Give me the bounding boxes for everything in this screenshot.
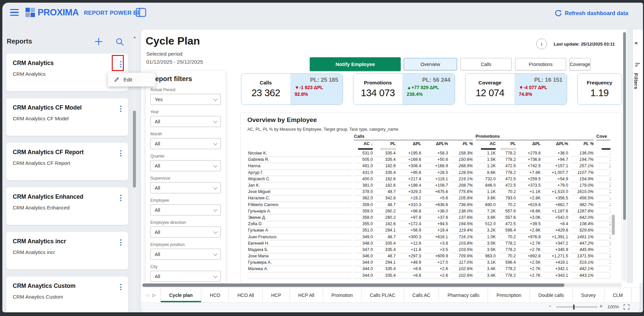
sheet-tab[interactable]: Calls AC (404, 288, 439, 302)
report-menu-icon[interactable] (119, 239, 122, 246)
column-header[interactable]: ΔPL% (543, 141, 568, 146)
view-tab[interactable]: Coverage (569, 58, 591, 70)
table-vertical-scrollbar[interactable] (612, 215, 615, 235)
filter-dropdown[interactable]: All (150, 249, 221, 260)
column-header[interactable]: PL % (451, 141, 473, 146)
refresh-dashboard-button[interactable]: Refresh dashboard data (554, 9, 628, 17)
chevron-down-icon (213, 230, 218, 234)
table-row[interactable]: Zofia D. 355.0182.6+172.4+94.5194.5%512.… (247, 221, 610, 227)
zoom-slider-thumb[interactable] (573, 305, 575, 310)
column-header[interactable]: PL % (571, 141, 594, 146)
kpi-card: Calls 23 362 PL: 25 185 ▼-1 823 ΔPL 92.8… (241, 73, 343, 105)
sheet-tab[interactable]: Double calls (530, 288, 573, 302)
zoom-in-button[interactable]: + (599, 303, 603, 310)
column-header[interactable]: ΔPL% (424, 141, 448, 146)
table-cell: +157.1 (543, 163, 568, 170)
filter-dropdown[interactable]: All (150, 204, 221, 215)
report-menu-icon[interactable] (119, 149, 122, 157)
table-row[interactable]: Hanna 491.0182.6+308.4+168.9268.9%1.2K47… (247, 163, 610, 169)
filter-dropdown[interactable]: All (150, 138, 221, 149)
report-card[interactable]: CRM Analytics Enhanced CRM Analytics Enh… (6, 187, 128, 225)
sheet-tab[interactable]: HCP All (290, 288, 323, 302)
table-row[interactable]: Евгений Н. 348.0335.4+12.6+3.8103.8%3.5K… (247, 240, 610, 247)
table-cell: 335.4 (376, 150, 396, 157)
table-row[interactable]: Juan Francisco 349.048.7+300.3+616.1716.… (247, 234, 610, 240)
table-row[interactable]: Гульнара А. 359.0260.2+98.8+38.0138.0%7.… (247, 208, 610, 214)
column-header[interactable]: ΔPL (518, 141, 541, 146)
table-row[interactable]: Filiberto Carrero 359.048.7+310.3+636.67… (247, 202, 610, 208)
menu-icon[interactable] (10, 9, 19, 16)
table-row[interactable]: Wojciech C. 400.0182.6+217.4+119.1219.1%… (247, 176, 610, 182)
table-row[interactable]: Эмине Д. 358.0260.2+97.8+37.6137.6%3.6K5… (247, 214, 610, 221)
filter-dropdown[interactable]: All (150, 160, 221, 171)
table-row[interactable]: Артур Г. 431.0335.4+95.6+28.5128.5%8.6K7… (247, 170, 610, 176)
collapse-filters-icon[interactable]: « (635, 40, 638, 46)
report-title: CRM Analytics incr (13, 238, 121, 245)
sheet-tab[interactable]: HCP (263, 288, 290, 302)
tab-scroll-right-icon[interactable]: ▷ (152, 293, 156, 298)
table-row[interactable]: 344.0335.4+8.6+2.6102.6%3.4K778.2+2.7K+3… (247, 272, 610, 279)
sheet-tab[interactable]: Promotion (323, 288, 362, 302)
sidebar-scrollbar-up-icon[interactable] (133, 36, 136, 38)
table-row[interactable]: Мадина Б. 347.0335.4+11.6+3.5103.5%3.5K7… (247, 247, 610, 253)
report-card[interactable]: CRM Analytics CF Report CRM Analytics CF… (6, 143, 128, 180)
zoom-slider-track[interactable] (556, 307, 597, 307)
table-row[interactable]: Jose Maria 346.048.7+297.3+609.9709.9%96… (247, 253, 610, 259)
filter-dropdown[interactable]: All (150, 116, 221, 127)
report-menu-icon[interactable] (119, 194, 122, 202)
sheet-tab[interactable]: Cycle plan (161, 288, 201, 302)
filter-dropdown[interactable]: All (150, 182, 221, 193)
view-tab[interactable]: Calls (460, 58, 512, 70)
sheet-tab[interactable]: Pharmacy calls (439, 288, 488, 302)
sheet-tab[interactable]: HCO (201, 288, 229, 302)
table-row[interactable]: Jose Miguel 378.048.7+329.3+675.6775.6%1… (247, 189, 610, 195)
report-menu-icon[interactable] (119, 283, 122, 291)
add-report-icon[interactable] (94, 37, 103, 46)
employee-name: Jan K. (247, 182, 351, 189)
table-cell: 108.4% (571, 221, 594, 228)
filter-icon[interactable] (635, 63, 640, 67)
employee-name: Nicolae K. (247, 150, 351, 157)
tab-scroll-left-icon[interactable]: ◁ (146, 293, 149, 298)
view-tab[interactable]: Promotions (515, 58, 566, 70)
fit-to-page-icon[interactable] (624, 304, 630, 310)
table-row[interactable]: Гульжан А 351.0294.1+56.9+19.4119.4%3.2K… (247, 227, 610, 234)
column-header[interactable]: ΔPL (398, 141, 421, 146)
info-icon[interactable]: i (536, 39, 547, 49)
zoom-out-button[interactable]: - (549, 303, 551, 310)
report-menu-icon[interactable] (119, 60, 122, 68)
column-header[interactable]: A (596, 141, 610, 146)
column-header[interactable]: AC (476, 141, 496, 146)
table-row[interactable]: Gabriela R. 505.0335.4+169.6+50.6150.6%1… (247, 156, 610, 163)
table-row[interactable]: Nicolae K. 531.0335.4+195.6+58.3158.3%1.… (247, 150, 610, 156)
table-row[interactable]: Jan K. 381.0182.6+198.4+108.7208.7%846.0… (247, 182, 610, 189)
sheet-tab[interactable]: Survey (573, 288, 605, 302)
report-context-menu[interactable]: Edit (108, 73, 155, 86)
table-row[interactable]: Гульмира А. 344.0294.1+49.9+17.0117.0%3.… (247, 259, 610, 266)
report-card[interactable]: CRM Analytics CF Model CRM Analytics CF … (6, 98, 128, 136)
column-header[interactable]: PL (376, 141, 396, 146)
table-row[interactable]: Наталия С. 362.0342.8+19.2+5.6105.6%3.6K… (247, 195, 610, 201)
sheet-tab[interactable]: Prescription (488, 288, 530, 302)
report-menu-icon[interactable] (119, 105, 122, 113)
sidebar-toggle-icon[interactable] (136, 8, 146, 17)
report-card[interactable]: CRM Analytics incr CRM Analytics incr (6, 232, 128, 269)
notify-employee-button[interactable]: Notify Employee (310, 57, 401, 71)
horizontal-scrollbar-thumb[interactable] (142, 283, 564, 287)
sheet-tab[interactable]: CLM (604, 288, 632, 302)
column-header[interactable]: PL (498, 141, 516, 146)
filter-dropdown[interactable]: All (150, 227, 221, 238)
total-bar-solid (602, 148, 610, 150)
sheet-tab[interactable]: HCO All (229, 288, 263, 302)
sheet-tab[interactable]: Calls PL/AC (361, 288, 404, 302)
search-icon[interactable] (115, 38, 124, 46)
table-row[interactable]: Малика А. 344.0335.4+8.6+2.6102.6%3.4K77… (247, 266, 610, 272)
main-scrollbar-thumb[interactable] (623, 32, 626, 220)
view-tab[interactable]: Overview (404, 58, 457, 70)
sidebar-scrollbar-thumb[interactable] (133, 111, 136, 188)
column-header[interactable]: AC ↓ (354, 141, 373, 146)
filter-dropdown[interactable]: All (150, 271, 221, 282)
filter-dropdown[interactable]: Yes (150, 94, 221, 105)
report-card[interactable]: CRM Anaytics Custom CRM Anaytics Custom (6, 276, 128, 314)
edit-menu-item[interactable]: Edit (123, 77, 132, 82)
